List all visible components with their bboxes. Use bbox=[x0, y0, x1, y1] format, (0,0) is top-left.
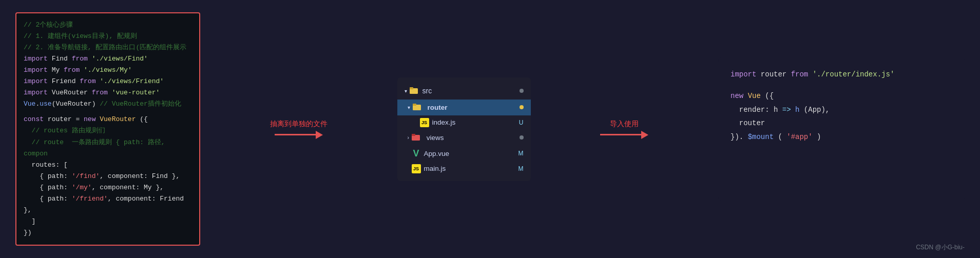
arrow-left-head bbox=[316, 131, 323, 139]
router-folder-row[interactable]: ▾ router bbox=[397, 100, 531, 115]
code-line-route-my: { path: '/my', component: My }, bbox=[24, 182, 192, 193]
code-line-routes-open: routes: [ bbox=[24, 160, 192, 171]
code-line-routes-comment1: // routes 路由规则们 bbox=[24, 125, 192, 136]
code-line-route-find: { path: '/find', component: Find }, bbox=[24, 171, 192, 182]
code-line-vue-use: Vue.use(VueRouter) // VueRouter插件初始化 bbox=[24, 98, 192, 110]
mainjs-label: main.js bbox=[424, 165, 518, 172]
code-line-routes-close: ] bbox=[24, 216, 192, 227]
code-line-route-friend: { path: '/friend', component: Friend }, bbox=[24, 193, 192, 216]
code-line-import-my: import My from './views/My' bbox=[24, 65, 192, 76]
right-code-empty bbox=[731, 83, 952, 89]
src-dot-badge bbox=[520, 89, 524, 93]
file-tree-src-row: ▾ src bbox=[397, 83, 531, 100]
right-code-line3: new Vue ({ bbox=[731, 89, 952, 103]
code-line-const-router: const router = new VueRouter ({ bbox=[24, 114, 192, 125]
svg-rect-5 bbox=[412, 134, 415, 136]
code-line-import-friend: import Friend from './views/Friend' bbox=[24, 76, 192, 87]
router-folder-icon bbox=[412, 102, 421, 113]
js-file-icon: JS bbox=[420, 118, 429, 127]
mainjs-file-icon: JS bbox=[412, 164, 421, 173]
code-line-import-vuerouter: import VueRouter from 'vue-router' bbox=[24, 87, 192, 98]
right-code-line4: render: h => h (App), bbox=[731, 103, 952, 117]
svg-rect-3 bbox=[413, 104, 416, 106]
indexjs-label: index.js bbox=[432, 118, 519, 126]
src-label: src bbox=[422, 87, 432, 95]
arrow-left-shaft bbox=[275, 134, 316, 135]
views-folder-row[interactable]: › views bbox=[397, 130, 531, 146]
indexjs-file-row[interactable]: JS index.js U bbox=[397, 115, 531, 130]
views-folder-icon bbox=[411, 132, 420, 143]
views-chevron-icon: › bbox=[408, 135, 409, 141]
views-folder-label: views bbox=[427, 134, 520, 142]
right-code-panel: import router from './router/index.js' n… bbox=[718, 57, 965, 201]
arrow-left-line bbox=[275, 131, 323, 139]
arrow-right: 导入使用 bbox=[600, 120, 648, 139]
code-line-obj-close: }) bbox=[24, 227, 192, 239]
appvue-label: App.vue bbox=[424, 150, 518, 157]
code-line-comment3: // 2. 准备导航链接, 配置路由出口(匹配的组件展示 bbox=[24, 42, 192, 53]
file-tree-panel: ▾ src ▾ router JS index.js U › bbox=[397, 77, 531, 181]
right-code-line1: import router from './router/index.js' bbox=[731, 68, 952, 82]
indexjs-badge: U bbox=[519, 119, 524, 126]
appvue-badge: M bbox=[518, 150, 524, 157]
code-line-comment2: // 1. 建组件(views目录), 配规则 bbox=[24, 31, 192, 42]
vue-file-icon: V bbox=[412, 148, 421, 159]
code-line-import-find: import Find from './views/Find' bbox=[24, 53, 192, 65]
mainjs-file-row[interactable]: JS main.js M bbox=[397, 162, 531, 176]
views-dot-badge bbox=[520, 135, 524, 140]
svg-rect-1 bbox=[410, 87, 413, 89]
appvue-file-row[interactable]: V App.vue M bbox=[397, 146, 531, 162]
arrow-right-head bbox=[641, 131, 648, 139]
arrow-right-label: 导入使用 bbox=[610, 120, 639, 129]
arrow-left: 抽离到单独的文件 bbox=[270, 120, 328, 139]
left-code-panel: // 2个核心步骤 // 1. 建组件(views目录), 配规则 // 2. … bbox=[15, 12, 200, 246]
src-folder-icon bbox=[409, 86, 418, 96]
arrow-left-label: 抽离到单独的文件 bbox=[270, 120, 328, 129]
code-line-routes-comment2: // route 一条路由规则 { path: 路径, compon bbox=[24, 137, 192, 160]
arrow-right-line bbox=[600, 131, 648, 139]
watermark: CSDN @小G-biu- bbox=[916, 243, 965, 252]
code-line-comment1: // 2个核心步骤 bbox=[24, 19, 192, 31]
right-code-line5: router bbox=[731, 116, 952, 130]
mainjs-badge: M bbox=[518, 165, 524, 172]
router-chevron-icon: ▾ bbox=[408, 105, 410, 110]
arrow-right-shaft bbox=[600, 134, 641, 135]
src-chevron-icon: ▾ bbox=[405, 88, 407, 94]
right-code-line6: }). $mount ( '#app' ) bbox=[731, 130, 952, 144]
router-folder-label: router bbox=[428, 104, 520, 111]
router-dot-badge bbox=[520, 105, 524, 109]
